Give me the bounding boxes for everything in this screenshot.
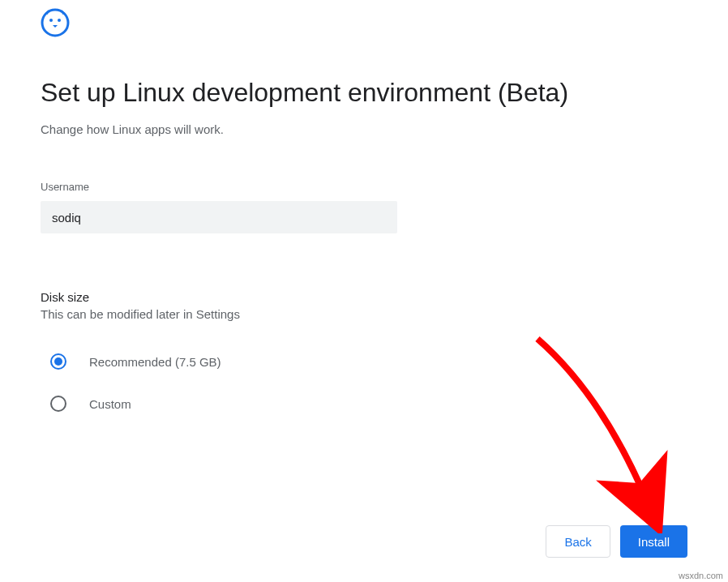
penguin-icon bbox=[41, 8, 70, 37]
back-button[interactable]: Back bbox=[546, 525, 610, 558]
svg-point-0 bbox=[42, 10, 68, 36]
radio-icon bbox=[50, 396, 66, 412]
svg-point-1 bbox=[49, 19, 53, 22]
radio-option-recommended[interactable]: Recommended (7.5 GB) bbox=[50, 353, 687, 370]
radio-option-custom[interactable]: Custom bbox=[50, 396, 687, 412]
install-button[interactable]: Install bbox=[620, 525, 687, 558]
username-label: Username bbox=[41, 181, 687, 193]
watermark: wsxdn.com bbox=[679, 571, 723, 580]
radio-label: Custom bbox=[89, 397, 131, 411]
disk-size-title: Disk size bbox=[41, 290, 687, 304]
page-subtitle: Change how Linux apps will work. bbox=[41, 122, 687, 136]
page-title: Set up Linux development environment (Be… bbox=[41, 78, 687, 108]
username-section: Username bbox=[41, 181, 687, 290]
disk-size-section: Disk size This can be modified later in … bbox=[41, 290, 687, 412]
svg-point-2 bbox=[58, 19, 61, 22]
disk-size-radio-group: Recommended (7.5 GB) Custom bbox=[41, 353, 687, 412]
radio-label: Recommended (7.5 GB) bbox=[89, 355, 221, 369]
radio-icon bbox=[50, 353, 66, 370]
disk-size-subtitle: This can be modified later in Settings bbox=[41, 307, 687, 321]
button-row: Back Install bbox=[546, 525, 687, 558]
username-input[interactable] bbox=[41, 201, 397, 233]
